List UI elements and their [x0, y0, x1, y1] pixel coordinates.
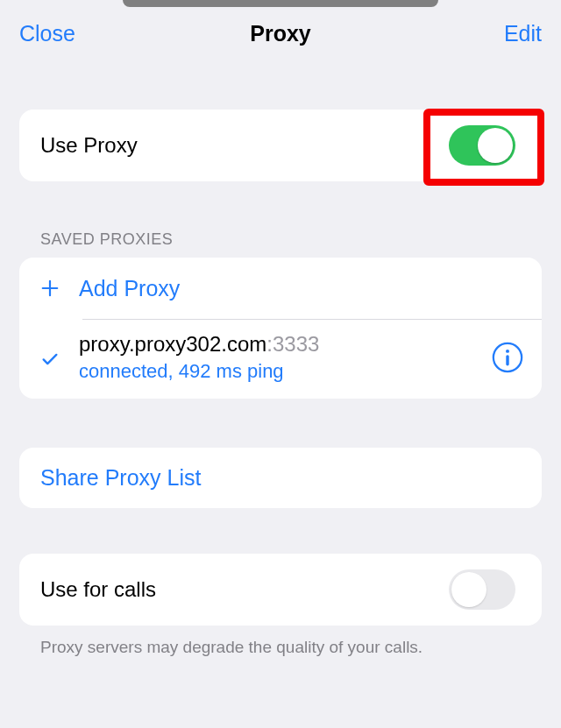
use-for-calls-label: Use for calls — [40, 577, 156, 602]
share-card: Share Proxy List — [19, 448, 542, 508]
proxy-status: connected, 492 ms ping — [79, 360, 482, 383]
add-proxy-label: Add Proxy — [79, 276, 180, 301]
use-proxy-toggle[interactable] — [449, 125, 515, 166]
edit-button[interactable]: Edit — [504, 21, 542, 46]
checkmark-icon — [40, 350, 60, 369]
saved-proxies-card: Add Proxy proxy.proxy302.com:3333 connec… — [19, 258, 542, 399]
share-proxy-list-row[interactable]: Share Proxy List — [19, 448, 542, 508]
close-button[interactable]: Close — [19, 21, 75, 46]
navbar: Close Proxy Edit — [0, 0, 561, 66]
info-icon[interactable] — [491, 341, 524, 374]
use-proxy-label: Use Proxy — [40, 133, 138, 158]
svg-rect-2 — [506, 355, 508, 365]
proxy-host: proxy.proxy302.com — [79, 332, 266, 356]
use-for-calls-card: Use for calls — [19, 554, 542, 626]
use-proxy-card: Use Proxy — [19, 110, 542, 181]
use-for-calls-toggle[interactable] — [449, 569, 515, 610]
footer-note: Proxy servers may degrade the quality of… — [40, 638, 542, 657]
toggle-knob — [478, 128, 513, 163]
proxy-entry-text: proxy.proxy302.com:3333 connected, 492 m… — [79, 332, 482, 383]
svg-point-1 — [506, 350, 509, 353]
sheet-handle-shadow — [123, 0, 438, 7]
saved-proxies-header: SAVED PROXIES — [40, 230, 542, 249]
proxy-entry-row[interactable]: proxy.proxy302.com:3333 connected, 492 m… — [19, 320, 542, 399]
use-for-calls-row: Use for calls — [19, 554, 542, 626]
page-title: Proxy — [250, 21, 310, 46]
proxy-port: :3333 — [266, 332, 319, 356]
use-proxy-row: Use Proxy — [19, 110, 542, 181]
share-proxy-list-label: Share Proxy List — [40, 465, 201, 490]
plus-icon — [40, 279, 60, 298]
toggle-knob — [451, 572, 486, 607]
add-proxy-row[interactable]: Add Proxy — [19, 258, 542, 319]
